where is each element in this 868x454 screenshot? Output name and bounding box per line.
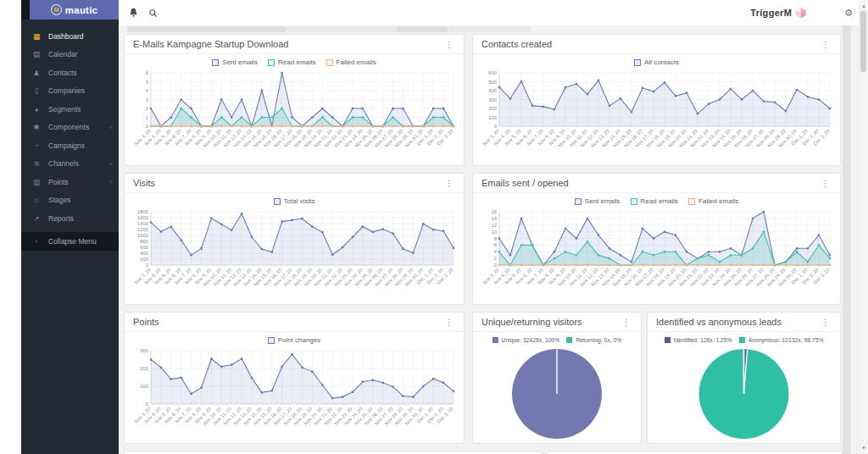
card-title: Emails sent / opened — [481, 178, 569, 188]
triggerm-cube-icon — [794, 7, 807, 19]
sidebar-nav: ▦ Dashboard ▤ Calendar ♟ Contacts ▯ Comp… — [21, 19, 119, 251]
sidebar-item-campaigns[interactable]: ◔ Campaigns — [21, 136, 119, 155]
notifications-bell-icon[interactable] — [129, 8, 138, 18]
gear-icon[interactable]: ⚙ — [844, 8, 853, 18]
card-menu-icon[interactable]: ⋮ — [443, 318, 455, 327]
legend-item[interactable]: Point changes — [268, 336, 321, 344]
legend-item[interactable]: Failed emails — [326, 58, 376, 66]
svg-text:0: 0 — [146, 263, 148, 268]
card-menu-icon[interactable]: ⋮ — [820, 40, 832, 49]
svg-text:1400: 1400 — [137, 221, 148, 226]
card-header: Points ⋮ — [125, 313, 464, 332]
svg-text:5: 5 — [146, 80, 148, 85]
legend-item[interactable]: Read emails — [268, 58, 315, 66]
svg-text:1: 1 — [146, 115, 148, 120]
sidebar-item-segments[interactable]: ◕ Segments — [21, 100, 119, 119]
card-title: Unique/returning visitors — [481, 317, 582, 327]
broadcast-icon: ≋ — [32, 159, 41, 168]
card-menu-icon[interactable]: ⋮ — [443, 40, 455, 49]
scrollbar-thumb[interactable] — [860, 11, 866, 72]
chevron-right-icon: › — [109, 160, 112, 168]
sidebar-item-components[interactable]: ✱ Components › — [21, 119, 119, 137]
sidebar-item-calendar[interactable]: ▤ Calendar — [21, 46, 119, 64]
legend-item[interactable]: Failed emails — [688, 197, 738, 205]
sidebar-item-contacts[interactable]: ♟ Contacts — [21, 64, 119, 82]
sidebar-header: M mautic — [21, 0, 119, 19]
sidebar-item-points[interactable]: ▥ Points › — [21, 173, 119, 191]
legend-item[interactable]: Total visits — [274, 197, 315, 205]
card-header: E-Mails Kampagne Startup Download ⋮ — [125, 35, 464, 54]
svg-text:400: 400 — [488, 88, 497, 93]
legend-swatch-icon — [631, 198, 637, 205]
svg-text:3: 3 — [146, 97, 148, 102]
person-icon: ♟ — [32, 69, 41, 77]
triggerm-brand[interactable]: TriggerM — [750, 7, 807, 19]
legend-swatch-icon — [268, 59, 275, 66]
card-menu-icon[interactable]: ⋮ — [820, 179, 832, 188]
card-header: Visits ⋮ — [125, 174, 464, 193]
chart-legend: Unique: 32428x, 100%Returning: 0x, 0% — [473, 334, 641, 346]
card-identified-anonymous-leads: Identified vs anonymous leads ⋮ Identifi… — [647, 312, 841, 444]
sidebar-item-companies[interactable]: ▯ Companies — [21, 82, 119, 101]
mautic-logo[interactable]: M mautic — [30, 0, 119, 19]
collapse-menu-button[interactable]: ‹ Collapse Menu — [21, 232, 119, 251]
legend-swatch-icon — [492, 337, 498, 343]
legend-label: Failed emails — [337, 58, 376, 66]
svg-text:4: 4 — [494, 249, 498, 254]
scroll-up-icon[interactable]: ▲ — [860, 2, 868, 10]
sidebar-item-stages[interactable]: ⌂ Stages — [21, 191, 119, 210]
card-header: Identified vs anonymous leads ⋮ — [648, 313, 840, 332]
legend-item[interactable]: Sent emails — [212, 58, 258, 66]
svg-text:0: 0 — [146, 401, 148, 407]
mautic-brand-text: mautic — [65, 5, 97, 15]
card-title: Points — [133, 317, 159, 327]
legend-label: Anonymous: 10132x, 98.75% — [748, 337, 824, 343]
chart-legend: Sent emailsRead emailsFailed emails — [125, 56, 464, 69]
legend-item[interactable]: Identified: 128x, 1.25% — [665, 337, 732, 343]
next-row-card-partial — [124, 451, 542, 454]
sidebar-item-dashboard[interactable]: ▦ Dashboard — [21, 27, 119, 46]
sidebar-item-label: Contacts — [48, 69, 112, 77]
sidebar-item-channels[interactable]: ≋ Channels › — [21, 155, 119, 174]
visits-chart: 020040060080010001200140016001800Nov 3, … — [128, 208, 460, 302]
toolbar-remnant — [448, 26, 531, 32]
legend-item[interactable]: Returning: 0x, 0% — [566, 337, 621, 343]
pie-icon: ◕ — [32, 105, 41, 114]
svg-text:0: 0 — [494, 263, 497, 268]
sidebar-item-label: Stages — [48, 196, 112, 204]
svg-text:14: 14 — [492, 216, 498, 221]
card-header: Contacts created ⋮ — [473, 35, 840, 54]
legend-item[interactable]: Unique: 32428x, 100% — [492, 337, 560, 343]
card-menu-icon[interactable]: ⋮ — [443, 179, 455, 188]
legend-item[interactable]: All contacts — [634, 58, 679, 66]
svg-text:12: 12 — [492, 223, 497, 228]
collapse-menu-label: Collapse Menu — [48, 237, 112, 246]
chart-legend: Identified: 128x, 1.25%Anonymous: 10132x… — [648, 334, 840, 346]
card-header: Emails sent / opened ⋮ — [473, 174, 840, 193]
legend-label: Identified: 128x, 1.25% — [674, 337, 732, 343]
legend-swatch-icon — [634, 59, 641, 66]
card-menu-icon[interactable]: ⋮ — [620, 318, 632, 327]
dashboard-icon: ▦ — [32, 32, 41, 41]
legend-label: Sent emails — [585, 197, 620, 205]
contacts-created-chart: 0100200300400500600Nov 3, 20Nov 4, 20Nov… — [476, 69, 837, 163]
sidebar-item-reports[interactable]: ↗ Reports — [21, 209, 119, 228]
inner-scroll-strip[interactable] — [843, 25, 851, 454]
topbar: TriggerM ⚙ — [119, 0, 860, 26]
legend-swatch-icon — [688, 198, 695, 205]
triggerm-brand-text: TriggerM — [750, 8, 792, 18]
reports-icon: ↗ — [32, 214, 41, 223]
emails-campaign-chart: 0123456Nov 3, 20Nov 4, 20Nov 5, 20Nov 6,… — [128, 69, 460, 163]
card-unique-returning-visitors: Unique/returning visitors ⋮ Unique: 3242… — [472, 312, 642, 444]
page-scrollbar[interactable]: ▲ ▼ — [859, 0, 868, 454]
search-icon[interactable] — [148, 8, 158, 18]
card-menu-icon[interactable]: ⋮ — [820, 318, 832, 327]
legend-item[interactable]: Anonymous: 10132x, 98.75% — [739, 337, 824, 343]
scroll-down-icon[interactable]: ▼ — [860, 444, 868, 452]
legend-item[interactable]: Read emails — [631, 197, 678, 205]
next-row-card-partial — [548, 451, 843, 454]
sidebar-item-label: Reports — [48, 214, 112, 223]
svg-text:200: 200 — [140, 366, 148, 371]
legend-item[interactable]: Sent emails — [575, 197, 620, 205]
legend-label: Total visits — [284, 197, 315, 205]
